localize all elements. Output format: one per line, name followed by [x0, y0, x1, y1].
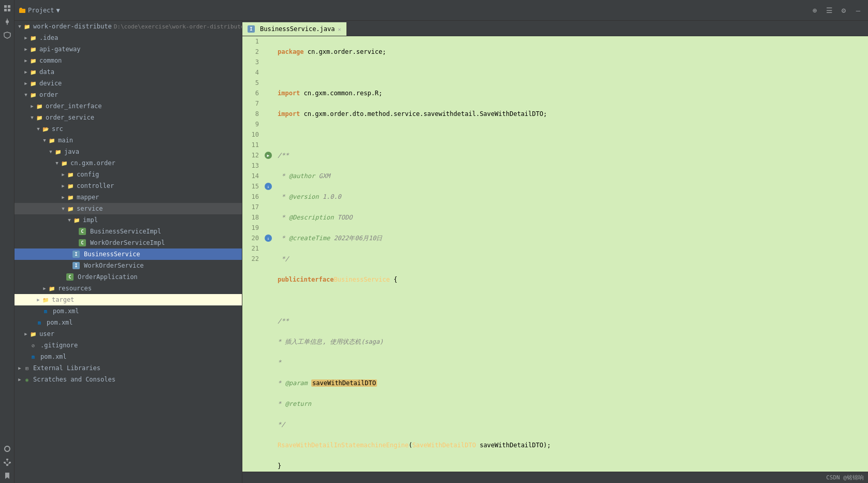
file-tree-panel: ▼ 📁 work-order-distribute D:\code\exerci…: [15, 21, 242, 483]
status-bar: CSDN @铭锦响: [242, 472, 868, 483]
svg-rect-8: [4, 462, 6, 463]
tree-item-controller[interactable]: ▶ 📁 controller: [15, 180, 242, 192]
gutter-row-21: [263, 243, 273, 254]
gutter-row-20[interactable]: ↓: [263, 233, 273, 243]
tree-item-order-service[interactable]: ▼ 📁 order_service: [15, 112, 242, 123]
sidebar-icon-project[interactable]: [1, 2, 13, 14]
tree-label-cn-gxm-order: cn.gxm.order: [70, 159, 115, 167]
folder-icon-data: 📁: [29, 68, 37, 76]
editor-panel: I BusinessService.java ✕ 1 2 3 4 5 6 7 8: [242, 21, 868, 483]
folder-icon-user: 📁: [29, 330, 37, 338]
tree-arrow-device: ▶: [23, 81, 29, 86]
tree-item-idea[interactable]: ▶ 📁 .idea: [15, 32, 242, 43]
impl-gutter-icon-15[interactable]: ↓: [265, 183, 272, 190]
code-content[interactable]: package cn.gxm.order.service; import cn.…: [273, 36, 868, 472]
sidebar-icon-commit[interactable]: [1, 16, 13, 28]
tree-item-gitignore[interactable]: ⊘ .gitignore: [15, 340, 242, 351]
line-num-22: 22: [247, 254, 259, 264]
code-editor[interactable]: 1 2 3 4 5 6 7 8 9 10 11 12 13 14 15 16 1: [242, 36, 868, 472]
tree-item-cn-gxm-order[interactable]: ▼ 📁 cn.gxm.order: [15, 157, 242, 169]
line-num-21: 21: [247, 243, 259, 254]
toolbar-settings-icon[interactable]: ⚙: [838, 5, 849, 16]
code-line-17: * @param saveWithDetailDTO: [278, 378, 864, 388]
tree-item-work-order-service-impl[interactable]: C WorkOrderServiceImpl: [15, 237, 242, 248]
line-num-5: 5: [247, 78, 259, 88]
pom-icon-os: m: [41, 307, 50, 315]
tree-label-order: order: [39, 91, 58, 98]
tree-label-src: src: [52, 125, 63, 133]
tree-label-java: java: [64, 148, 79, 155]
run-gutter-icon-12[interactable]: ▶: [265, 152, 272, 159]
tab-business-service[interactable]: I BusinessService.java ✕: [242, 22, 347, 36]
tree-item-main[interactable]: ▼ 📁 main: [15, 135, 242, 146]
line-num-7: 7: [247, 98, 259, 109]
line-num-3: 3: [247, 57, 259, 67]
toolbar-minimize-icon[interactable]: —: [852, 5, 864, 16]
toolbar-collapse-icon[interactable]: ☰: [823, 5, 835, 16]
gutter-row-2: [263, 47, 273, 57]
gutter-row-12[interactable]: ▶: [263, 150, 273, 160]
tree-item-impl[interactable]: ▼ 📁 impl: [15, 214, 242, 226]
tree-item-pom-root[interactable]: m pom.xml: [15, 351, 242, 362]
tree-label-common: common: [39, 57, 62, 64]
line-num-12: 12: [247, 150, 259, 160]
interface-icon-wos: I: [73, 262, 80, 269]
tree-item-order-application[interactable]: C OrderApplication: [15, 271, 242, 283]
gutter-row-15[interactable]: ↓: [263, 181, 273, 192]
tree-item-data[interactable]: ▶ 📁 data: [15, 66, 242, 78]
tree-item-src[interactable]: ▼ 📂 src: [15, 123, 242, 135]
folder-icon-order-service: 📁: [35, 113, 44, 122]
tree-label-impl: impl: [83, 216, 98, 224]
code-line-12: public interface BusinessService {: [278, 274, 864, 285]
tree-item-java[interactable]: ▼ 📁 java: [15, 146, 242, 157]
gutter-row-11: [263, 140, 273, 150]
tree-arrow-cn-gxm-order: ▼: [54, 160, 60, 166]
tree-arrow-root: ▼: [17, 24, 23, 29]
tree-item-config[interactable]: ▶ 📁 config: [15, 169, 242, 180]
tree-item-pom-order-service[interactable]: m pom.xml: [15, 305, 242, 317]
toolbar-target-icon[interactable]: ⊕: [809, 5, 820, 16]
tree-root[interactable]: ▼ 📁 work-order-distribute D:\code\exerci…: [15, 21, 242, 32]
code-line-6: /**: [278, 150, 864, 160]
impl-gutter-icon-20[interactable]: ↓: [265, 235, 272, 242]
tree-item-work-order-service[interactable]: I WorkOrderService: [15, 260, 242, 271]
svg-rect-7: [6, 459, 8, 460]
code-line-14: /**: [278, 316, 864, 326]
tree-item-order[interactable]: ▼ 📁 order: [15, 89, 242, 100]
line-num-8: 8: [247, 109, 259, 119]
tree-arrow-order-interface: ▶: [29, 104, 35, 109]
folder-icon-service: 📁: [66, 204, 75, 213]
sidebar-icon-alibaba[interactable]: [1, 443, 13, 455]
sidebar-icon-structure[interactable]: [1, 456, 13, 469]
tree-path-root: D:\code\exercise\work-order-distribute: [114, 23, 242, 30]
svg-rect-3: [8, 9, 10, 11]
tree-item-common[interactable]: ▶ 📁 common: [15, 55, 242, 66]
tree-item-api-gateway[interactable]: ▶ 📁 api-gateway: [15, 43, 242, 55]
tree-item-mapper[interactable]: ▶ 📁 mapper: [15, 192, 242, 203]
line-num-15: 15: [247, 181, 259, 192]
tree-item-pom-order[interactable]: m pom.xml: [15, 317, 242, 328]
tree-label-gitignore: .gitignore: [40, 342, 78, 349]
gutter-row-17: [263, 202, 273, 212]
tree-item-device[interactable]: ▶ 📁 device: [15, 78, 242, 89]
code-line-16: *: [278, 357, 864, 368]
tree-item-user[interactable]: ▶ 📁 user: [15, 328, 242, 340]
tree-item-resources[interactable]: ▶ 📁 resources: [15, 283, 242, 294]
gutter-row-4: [263, 67, 273, 78]
sidebar-icon-learn[interactable]: [1, 29, 13, 41]
tree-label-pom-o: pom.xml: [47, 319, 73, 326]
tree-label-bs: BusinessService: [84, 251, 140, 258]
tree-item-scratches[interactable]: ▶ ◉ Scratches and Consoles: [15, 374, 242, 385]
tree-item-business-service-impl[interactable]: C BusinessServiceImpl: [15, 226, 242, 237]
tree-item-business-service[interactable]: I BusinessService: [15, 248, 242, 260]
tree-item-order-interface[interactable]: ▶ 📁 order_interface: [15, 100, 242, 112]
tab-close-button[interactable]: ✕: [338, 26, 341, 32]
dropdown-arrow-icon[interactable]: ▼: [56, 7, 60, 14]
tree-item-target[interactable]: ▶ 📁 target: [15, 294, 242, 305]
left-sidebar-icons: [0, 0, 15, 483]
tree-item-service[interactable]: ▼ 📁 service: [15, 203, 242, 214]
line-num-2: 2: [247, 47, 259, 57]
tree-item-external-libs[interactable]: ▶ ⊞ External Libraries: [15, 362, 242, 374]
scratches-icon: ◉: [23, 375, 31, 384]
sidebar-icon-bookmarks[interactable]: [1, 470, 13, 482]
